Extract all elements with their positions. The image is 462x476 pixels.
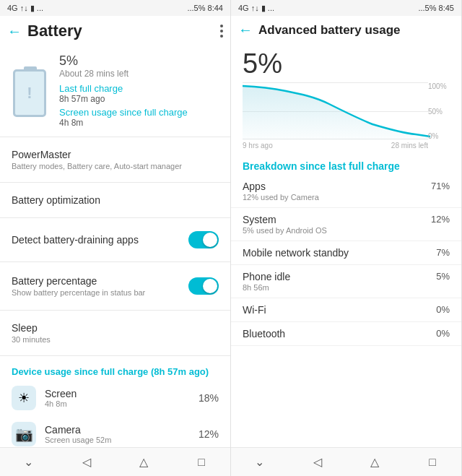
powermaster-sub: Battery modes, Battery care, Auto-start … <box>12 162 219 170</box>
screen-charge-label: Screen usage since full charge <box>59 107 219 118</box>
detect-draining-text: Detect battery-draining apps <box>12 234 188 246</box>
breakdown-pct-2: 7% <box>430 247 450 258</box>
battery-summary: ! 5% About 28 mins left Last full charge… <box>0 46 230 132</box>
x-label-end: 28 mins left <box>391 142 428 150</box>
breakdown-item-3[interactable]: Phone idle 8h 56m 5% <box>231 265 461 298</box>
battery-percentage-text: Battery percentage Show battery percenta… <box>12 275 188 297</box>
powermaster-title: PowerMaster <box>12 149 219 160</box>
left-nav-bar: ⌄ ◁ △ □ <box>0 447 230 476</box>
sleep-item[interactable]: Sleep 30 minutes <box>0 315 230 351</box>
battery-chart: 100% 50% 0% 9 hrs ago 28 mins left <box>231 82 461 155</box>
more-options-button[interactable] <box>220 25 223 38</box>
powermaster-item[interactable]: PowerMaster Battery modes, Battery care,… <box>0 142 230 178</box>
battery-optimization-title: Battery optimization <box>12 194 219 206</box>
nav-down-button[interactable]: ⌄ <box>19 452 39 472</box>
right-panel: 4G ↑↓ ▮ ... ...5% 8:45 ← Advanced batter… <box>231 0 462 476</box>
breakdown-item-1[interactable]: System 5% used by Android OS 12% <box>231 208 461 241</box>
camera-detail: Screen usage 52m <box>45 436 190 444</box>
battery-optimization-item[interactable]: Battery optimization <box>0 187 230 213</box>
camera-pct: 12% <box>199 428 219 440</box>
breakdown-info-2: Mobile network standby <box>243 247 424 259</box>
status-left: 4G ↑↓ ▮ ... <box>7 4 43 13</box>
detect-draining-item[interactable]: Detect battery-draining apps <box>0 222 230 257</box>
divider-4 <box>0 261 230 262</box>
left-panel: 4G ↑↓ ▮ ... ...5% 8:44 ← Battery ! 5% Ab… <box>0 0 231 476</box>
divider-2 <box>0 182 230 183</box>
nav-recents-button[interactable]: □ <box>191 452 212 472</box>
sleep-title: Sleep <box>12 322 219 334</box>
breakdown-pct-3: 5% <box>430 271 450 282</box>
battery-time-left: About 28 mins left <box>59 69 219 79</box>
right-nav-home-button[interactable]: △ <box>365 452 385 472</box>
y-label-100: 100% <box>428 82 450 90</box>
breakdown-item-2[interactable]: Mobile network standby 7% <box>231 241 461 265</box>
usage-screen[interactable]: ☀ Screen 4h 8m 18% <box>0 380 230 416</box>
detect-draining-title: Detect battery-draining apps <box>12 234 188 246</box>
nav-home-button[interactable]: △ <box>134 452 154 472</box>
camera-info: Camera Screen usage 52m <box>45 424 190 444</box>
breakdown-name-5: Bluetooth <box>243 328 424 339</box>
status-right: ...5% 8:44 <box>187 4 223 12</box>
battery-percentage-item[interactable]: Battery percentage Show battery percenta… <box>0 267 230 306</box>
divider-6 <box>0 355 230 356</box>
right-battery-status: ...5% 8:45 <box>418 4 454 12</box>
battery-status-right: ...5% 8:44 <box>187 4 223 12</box>
page-title-advanced: Advanced battery usage <box>258 23 401 38</box>
left-scroll: ! 5% About 28 mins left Last full charge… <box>0 46 230 447</box>
usage-camera[interactable]: 📷 Camera Screen usage 52m 12% <box>0 416 230 447</box>
battery-info: 5% About 28 mins left Last full charge 8… <box>59 53 219 128</box>
breakdown-name-0: Apps <box>243 181 424 192</box>
breakdown-sub-0: 12% used by Camera <box>243 193 424 202</box>
nav-back-button[interactable]: ◁ <box>77 452 97 472</box>
right-nav-recents-button[interactable]: □ <box>422 452 443 472</box>
battery-exclaim-icon: ! <box>27 84 32 103</box>
breakdown-info-1: System 5% used by Android OS <box>243 214 424 235</box>
breakdown-header: Breakdown since last full charge <box>231 155 461 175</box>
breakdown-sub-3: 8h 56m <box>243 283 424 292</box>
right-top-bar: ← Advanced battery usage <box>231 16 461 44</box>
right-nav-bar: ⌄ ◁ △ □ <box>231 447 461 476</box>
breakdown-info-4: Wi-Fi <box>243 304 424 316</box>
page-title-battery: Battery <box>27 22 82 40</box>
breakdown-item-4[interactable]: Wi-Fi 0% <box>231 298 461 322</box>
right-nav-down-button[interactable]: ⌄ <box>250 452 270 472</box>
breakdown-name-3: Phone idle <box>243 271 424 282</box>
signal-icons: 4G ↑↓ ▮ ... <box>7 4 43 13</box>
sleep-sub: 30 minutes <box>12 335 219 344</box>
camera-name: Camera <box>45 424 190 436</box>
y-label-50: 50% <box>428 108 450 116</box>
screen-pct: 18% <box>199 392 219 404</box>
breakdown-name-4: Wi-Fi <box>243 304 424 316</box>
back-button[interactable]: ← <box>7 23 22 40</box>
breakdown-info-5: Bluetooth <box>243 328 424 339</box>
device-usage-header: Device usage since full charge (8h 57m a… <box>0 360 230 380</box>
detect-draining-toggle[interactable] <box>188 231 219 248</box>
breakdown-item-0[interactable]: Apps 12% used by Camera 71% <box>231 175 461 208</box>
adv-percentage: 5% <box>231 44 461 82</box>
breakdown-pct-4: 0% <box>430 304 450 315</box>
y-label-0: 0% <box>428 132 450 140</box>
battery-percentage-title: Battery percentage <box>12 275 188 287</box>
right-back-button[interactable]: ← <box>238 22 253 38</box>
breakdown-name-1: System <box>243 214 424 225</box>
screen-icon: ☀ <box>12 386 36 410</box>
battery-percentage-sub: Show battery percentage in status bar <box>12 288 188 297</box>
camera-icon: 📷 <box>12 422 36 446</box>
right-nav-back-button[interactable]: ◁ <box>308 452 328 472</box>
breakdown-pct-0: 71% <box>430 181 450 191</box>
battery-percentage-toggle[interactable] <box>188 277 219 295</box>
chart-container: 100% 50% 0% <box>243 82 450 140</box>
chart-svg <box>243 82 430 140</box>
breakdown-pct-1: 12% <box>430 214 450 225</box>
breakdown-info-0: Apps 12% used by Camera <box>243 181 424 202</box>
divider-3 <box>0 217 230 218</box>
battery-icon: ! <box>12 65 49 117</box>
right-status-left: 4G ↑↓ ▮ ... <box>238 4 274 13</box>
breakdown-item-5[interactable]: Bluetooth 0% <box>231 322 461 346</box>
left-status-bar: 4G ↑↓ ▮ ... ...5% 8:44 <box>0 0 230 16</box>
screen-name: Screen <box>45 388 190 399</box>
x-label-start: 9 hrs ago <box>243 142 273 150</box>
last-charge-label: Last full charge <box>59 83 219 94</box>
last-charge-value: 8h 57m ago <box>59 94 219 104</box>
screen-detail: 4h 8m <box>45 399 190 408</box>
